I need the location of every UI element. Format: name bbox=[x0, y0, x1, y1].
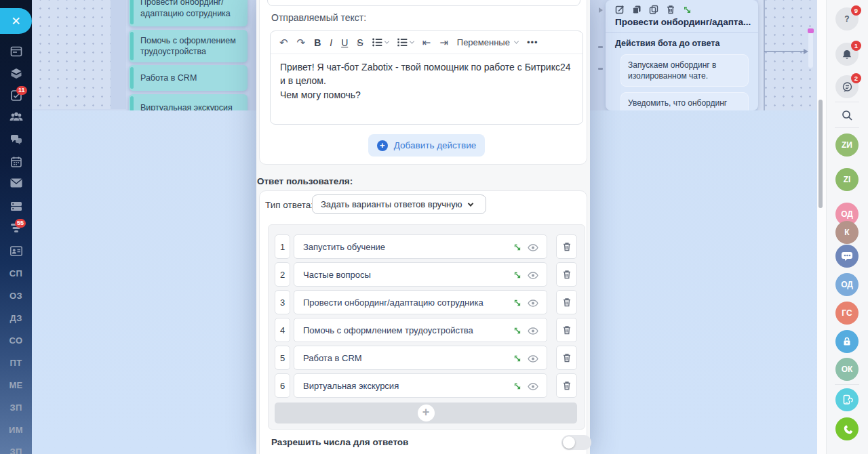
sidebar-item-me[interactable]: МЕ bbox=[0, 380, 32, 390]
canvas-band bbox=[111, 0, 126, 109]
delete-answer-button[interactable] bbox=[556, 234, 577, 259]
divider bbox=[835, 102, 859, 102]
sidebar-item-zp[interactable]: ЗП bbox=[0, 403, 32, 413]
numbered-list-button[interactable] bbox=[397, 38, 414, 47]
delete-icon[interactable] bbox=[666, 5, 675, 14]
sidebar-item-contacts[interactable] bbox=[0, 245, 32, 260]
answer-row[interactable]: Провести онбординг/адаптацию сотрудника bbox=[294, 290, 547, 314]
answer-node-crm[interactable]: Работа в CRM bbox=[129, 65, 248, 91]
answer-node-employment[interactable]: Помочь с оформлением трудоустройства bbox=[129, 30, 248, 62]
strike-button[interactable]: S bbox=[357, 37, 363, 48]
avatar[interactable]: ZI bbox=[835, 168, 859, 191]
answer-row[interactable]: Запустить обучение bbox=[294, 234, 547, 259]
sidebar-item-market[interactable] bbox=[0, 67, 32, 82]
delete-answer-button[interactable] bbox=[556, 346, 577, 370]
answer-node-tour[interactable]: Виртуальная экскурсия bbox=[129, 94, 248, 110]
eye-icon[interactable] bbox=[528, 272, 538, 279]
variables-dropdown[interactable]: Переменные bbox=[457, 37, 518, 47]
help-button[interactable]: ? 9 bbox=[835, 7, 859, 30]
add-answer-button[interactable]: + bbox=[275, 403, 577, 424]
underline-button[interactable]: U bbox=[341, 37, 348, 48]
sidebar-item-feed[interactable] bbox=[0, 45, 32, 60]
answer-row[interactable]: Частые вопросы bbox=[294, 262, 547, 287]
answer-row[interactable]: Помочь с оформлением трудоустройства bbox=[294, 318, 547, 342]
answer-row[interactable]: Виртуальная экскурсия bbox=[294, 373, 547, 398]
delete-answer-button[interactable] bbox=[556, 262, 577, 287]
undo-icon[interactable]: ↶ bbox=[279, 37, 288, 49]
answer-type-dropdown[interactable]: Задать варианты ответов вручную bbox=[312, 194, 486, 214]
lock-avatar[interactable] bbox=[835, 330, 859, 353]
avatar[interactable]: ZИ bbox=[835, 133, 859, 157]
sidebar-item-pt[interactable]: ПТ bbox=[0, 358, 32, 368]
goto-icon[interactable] bbox=[683, 5, 692, 14]
allow-numbers-toggle[interactable] bbox=[561, 435, 591, 450]
sidebar-item-dz[interactable]: ДЗ bbox=[0, 313, 32, 323]
delete-answer-button[interactable] bbox=[556, 373, 577, 398]
notifications-button[interactable]: 1 bbox=[835, 43, 859, 66]
node-title[interactable]: Провести онбординг/адапта... bbox=[606, 17, 758, 33]
sidebar-item-calendar[interactable] bbox=[0, 155, 32, 170]
goto-icon[interactable] bbox=[513, 243, 521, 251]
goto-icon[interactable] bbox=[513, 327, 521, 335]
node-action-item[interactable]: Запускаем онбординг в изолированном чате… bbox=[620, 54, 749, 87]
outdent-icon[interactable]: ⇤ bbox=[422, 37, 431, 49]
node-toolbar bbox=[606, 0, 758, 17]
copy-icon[interactable] bbox=[649, 5, 658, 14]
sidebar-item-employees[interactable] bbox=[0, 110, 32, 125]
sidebar-item-messenger[interactable] bbox=[0, 133, 32, 148]
eye-icon[interactable] bbox=[528, 383, 538, 390]
answer-number: 4 bbox=[275, 318, 290, 342]
flow-node-card[interactable]: Провести онбординг/адапта... Действия бо… bbox=[606, 0, 758, 110]
sidebar-item-mail[interactable] bbox=[0, 178, 32, 192]
answer-row[interactable]: Работа в CRM bbox=[294, 346, 547, 370]
goto-icon[interactable] bbox=[513, 271, 521, 279]
bullet-list-button[interactable] bbox=[372, 38, 389, 47]
search-button[interactable] bbox=[835, 104, 859, 127]
previous-field-partial[interactable] bbox=[267, 0, 580, 6]
chevron-down-icon bbox=[384, 39, 389, 44]
flow-line-vertical bbox=[764, 0, 765, 110]
messages-button[interactable]: 2 bbox=[835, 75, 859, 98]
eye-icon[interactable] bbox=[528, 327, 538, 335]
sidebar-item-drive[interactable] bbox=[0, 200, 32, 215]
goto-icon[interactable] bbox=[513, 299, 521, 307]
sidebar-item-im[interactable]: ИМ bbox=[0, 425, 32, 435]
sidebar-item-zp2[interactable]: ЗП bbox=[0, 447, 32, 454]
avatar[interactable]: ГС bbox=[835, 302, 859, 325]
eye-icon[interactable] bbox=[528, 244, 538, 251]
connector-dash bbox=[598, 68, 603, 70]
vertical-scrollbar[interactable] bbox=[818, 100, 823, 208]
mobile-connect-button[interactable] bbox=[835, 388, 859, 411]
bold-button[interactable]: B bbox=[314, 37, 321, 48]
duplicate-icon[interactable] bbox=[632, 5, 642, 14]
indent-icon[interactable]: ⇥ bbox=[439, 37, 448, 49]
group-chat-avatar[interactable] bbox=[835, 245, 859, 268]
more-options-button[interactable]: ••• bbox=[527, 37, 538, 47]
phone-button[interactable] bbox=[835, 417, 859, 440]
eye-icon[interactable] bbox=[528, 355, 538, 363]
delete-answer-button[interactable] bbox=[556, 290, 577, 314]
eye-icon[interactable] bbox=[528, 300, 538, 307]
sidebar-item-crm[interactable]: 55 bbox=[0, 222, 32, 237]
sidebar-item-oz[interactable]: ОЗ bbox=[0, 291, 32, 301]
node-action-item[interactable]: Уведомить, что онбординг запущен bbox=[620, 92, 749, 110]
sidebar-item-sp[interactable]: СП bbox=[0, 268, 32, 278]
answer-node-onboarding[interactable]: Провести онбординг/ адаптацию сотрудника bbox=[129, 0, 248, 26]
redo-icon[interactable]: ↷ bbox=[297, 37, 306, 49]
delete-answer-button[interactable] bbox=[556, 318, 577, 342]
sidebar-item-so[interactable]: СО bbox=[0, 335, 32, 346]
goto-icon[interactable] bbox=[513, 382, 521, 390]
allow-numbers-label: Разрешить числа для ответов bbox=[271, 437, 408, 447]
rich-text-editor[interactable]: ↶ ↷ B I U S ⇤ ⇥ bbox=[270, 30, 583, 125]
message-text[interactable]: Привет! Я чат-бот Zabotix - твой помощни… bbox=[271, 54, 583, 108]
avatar[interactable]: К bbox=[835, 221, 859, 244]
italic-button[interactable]: I bbox=[330, 37, 332, 48]
avatar[interactable]: ОК bbox=[835, 358, 859, 381]
avatar[interactable]: ОД bbox=[835, 273, 859, 296]
edit-icon[interactable] bbox=[615, 5, 625, 14]
add-action-button[interactable]: + Добавить действие bbox=[368, 134, 485, 157]
mini-scroll-track bbox=[808, 33, 813, 68]
sidebar-close-button[interactable]: ✕ bbox=[0, 8, 32, 34]
sidebar-item-tasks[interactable]: 11 bbox=[0, 89, 32, 104]
goto-icon[interactable] bbox=[513, 354, 521, 363]
